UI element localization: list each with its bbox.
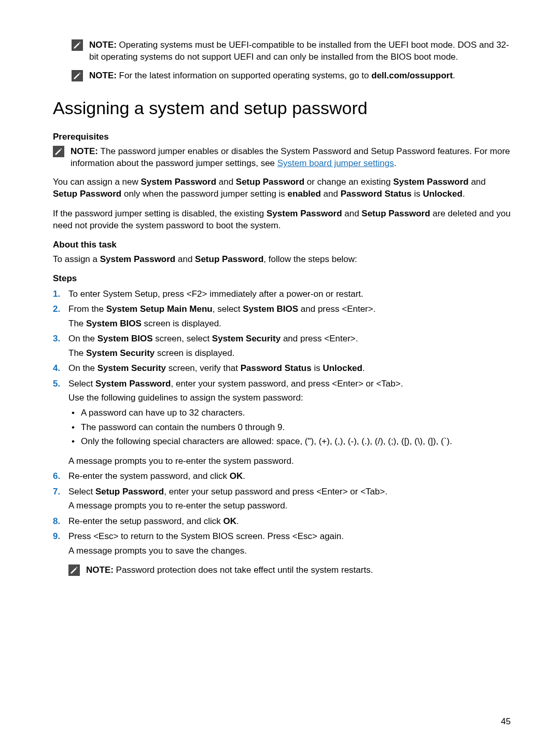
step-number: 6. [53,470,68,482]
text: System Security [86,348,155,358]
list-item: 3. On the System BIOS screen, select Sys… [53,333,511,359]
page-title: Assigning a system and setup password [53,96,511,120]
text: System BIOS [97,334,153,343]
text: Select [68,379,95,389]
step-number: 7. [53,486,68,498]
paragraph: If the password jumper setting is disabl… [53,208,511,232]
list-item: 8. Re-enter the setup password, and clic… [53,515,511,527]
note-block: NOTE: The password jumper enables or dis… [53,145,511,170]
step-number: 1. [53,288,68,300]
text: . [243,471,245,481]
text: Unlocked [423,189,463,199]
text: OK [230,471,243,481]
list-item: Only the following special characters ar… [68,435,511,447]
text: System BIOS [243,304,298,314]
note-body: Password protection does not take effect… [116,565,373,575]
text: and [216,177,236,187]
text: Press <Esc> to return to the System BIOS… [68,531,344,541]
text: On the [68,363,97,373]
text: System Security [97,363,166,373]
pencil-icon [72,70,83,81]
text: If the password jumper setting is disabl… [53,209,267,218]
text: A message prompts you to re-enter the sy… [68,455,511,467]
text: screen, verify that [166,363,241,373]
steps-list: 1. To enter System Setup, press <F2> imm… [53,288,511,583]
text: Setup Password [361,209,430,218]
about-task-heading: About this task [53,239,511,251]
text: and [321,189,341,199]
steps-heading: Steps [53,272,511,284]
list-item: 1. To enter System Setup, press <F2> imm… [53,288,511,300]
page-number: 45 [501,715,511,727]
text: To enter System Setup, press <F2> immedi… [68,289,363,299]
text: Password Status [341,189,412,199]
text: only when the password jumper setting is [121,189,287,199]
text: System Security [212,334,281,343]
note-text: NOTE: For the latest information on supp… [89,70,511,81]
text: Unlocked [323,363,362,373]
text: , select [213,304,243,314]
step-number: 5. [53,378,68,390]
jumper-settings-link[interactable]: System board jumper settings [277,158,394,168]
prerequisites-heading: Prerequisites [53,131,511,143]
text: Select [68,487,95,497]
pencil-icon [72,39,83,51]
pencil-icon [53,146,64,157]
text: To assign a [53,254,100,264]
paragraph: You can assign a new System Password and… [53,176,511,200]
note-text: NOTE: The password jumper enables or dis… [71,145,511,170]
step-body: On the System Security screen, verify th… [68,362,511,374]
text: System Password [393,177,469,187]
list-item: 7. Select Setup Password, enter your set… [53,486,511,512]
text: Re-enter the setup password, and click [68,516,223,526]
step-body: Re-enter the setup password, and click O… [68,515,511,527]
pencil-icon [68,564,80,576]
text: OK [223,516,237,526]
note-label: NOTE: [71,146,101,156]
step-body: Select System Password, enter your syste… [68,378,511,467]
step-number: 8. [53,515,68,527]
step-body: On the System BIOS screen, select System… [68,333,511,359]
step-body: Press <Esc> to return to the System BIOS… [68,530,511,582]
text: System Password [95,379,171,389]
step-body: Re-enter the system password, and click … [68,470,511,482]
list-item: 4. On the System Security screen, verify… [53,362,511,374]
text: Setup Password [236,177,304,187]
text: Password Status [241,363,312,373]
text: screen, select [153,334,212,343]
text: The [68,319,86,328]
text: Setup Password [95,487,164,497]
list-item: A password can have up to 32 characters. [68,407,511,419]
list-item: 6. Re-enter the system password, and cli… [53,470,511,482]
text: and press <Enter>. [281,334,358,343]
text: On the [68,334,97,343]
text: and [469,177,486,187]
text: Use the following guidelines to assign t… [68,392,511,404]
step-number: 4. [53,362,68,374]
text: System Setup Main Menu [106,304,213,314]
text: System Password [141,177,217,187]
note-body: Operating systems must be UEFI-compatibl… [89,40,509,62]
text: screen is displayed. [142,319,221,328]
text: , enter your setup password and press <E… [164,487,387,497]
note-block: NOTE: For the latest information on supp… [53,70,511,81]
step-body: To enter System Setup, press <F2> immedi… [68,288,511,300]
step-body: Select Setup Password, enter your setup … [68,486,511,512]
text: System Password [100,254,176,264]
paragraph: To assign a System Password and Setup Pa… [53,253,511,265]
list-item: 5. Select System Password, enter your sy… [53,378,511,467]
step-number: 9. [53,530,68,542]
text: Re-enter the system password, and click [68,471,230,481]
text: is [312,363,323,373]
text: screen is displayed. [155,348,234,358]
list-item: 2. From the System Setup Main Menu, sele… [53,303,511,329]
text: , follow the steps below: [263,254,357,264]
note-label: NOTE: [89,40,119,50]
note-body-a: For the latest information on supported … [119,71,372,80]
note-link-text: dell.com/ossupport [371,71,453,80]
text: The [68,348,86,358]
note-body-b: . [394,158,397,168]
note-label: NOTE: [89,71,119,80]
text: A message prompts you to re-enter the se… [68,500,511,512]
text: and [342,209,362,218]
